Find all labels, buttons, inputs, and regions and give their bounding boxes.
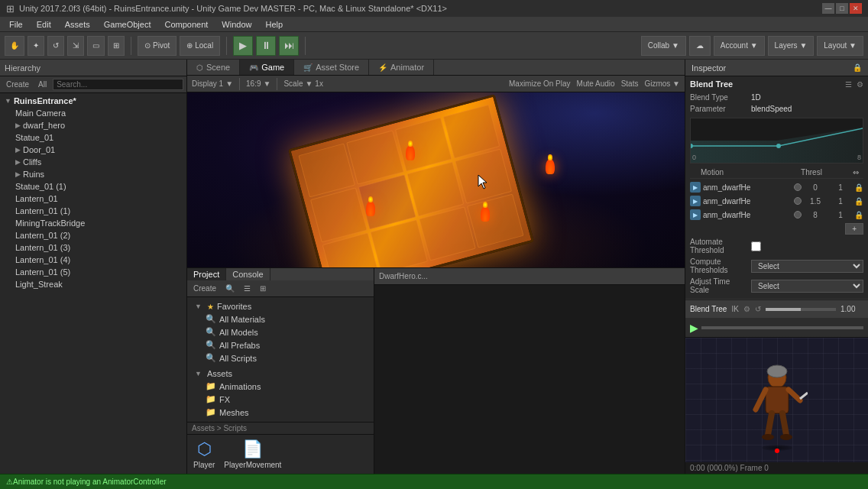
local-button[interactable]: ⊕ Local [180,36,220,56]
mute-audio[interactable]: Mute Audio [577,79,615,88]
project-meshes[interactable]: 📁 Meshes [190,406,371,419]
project-create-button[interactable]: Create [190,283,219,294]
hierarchy-all-button[interactable]: All [35,79,50,90]
menu-edit[interactable]: Edit [31,18,57,31]
pause-button[interactable]: ⏸ [256,36,276,56]
timeline-bar[interactable] [766,308,836,311]
hierarchy-item-lantern01[interactable]: Lantern_01 [0,193,186,205]
cloud-button[interactable]: ☁ [689,36,711,56]
hierarchy-item-statue01[interactable]: Statue_01 [0,131,186,144]
project-tool-btn-1[interactable]: ☰ [241,283,254,294]
resolution-selector[interactable]: 16:9 ▼ [246,79,270,88]
tab-animator[interactable]: ⚡ Animator [369,60,434,75]
hierarchy-item-maincamera[interactable]: Main Camera [0,107,186,119]
project-animations[interactable]: 📁 Animations [190,380,371,393]
layers-button[interactable]: Layers ▼ [768,36,815,56]
hierarchy-scene-root[interactable]: ▼ RuinsEntrance* [0,95,186,107]
hierarchy-item-ruins[interactable]: ▶ Ruins [0,168,186,180]
hierarchy-create-button[interactable]: Create [3,79,32,90]
scale-selector[interactable]: Scale ▼ 1x [283,79,322,88]
dungeon-cell [310,187,368,241]
menu-window[interactable]: Window [215,18,257,31]
hierarchy-item-lantern01-5[interactable]: Lantern_01 (5) [0,266,186,278]
hierarchy-item-door01[interactable]: ▶ Door_01 [0,144,186,156]
hierarchy-item-miningtrack[interactable]: MiningTrackBridge [0,217,186,229]
bottom-game-tab[interactable]: DwarfHero.c... [374,268,685,285]
project-fav-prefabs[interactable]: 🔍 All Prefabs [190,338,371,351]
close-button[interactable]: ✕ [850,3,862,14]
hierarchy-item-lantern01-1[interactable]: Lantern_01 (1) [0,205,186,217]
compute-select[interactable]: Select [751,260,863,273]
maximize-on-play[interactable]: Maximize On Play [509,79,571,88]
add-motion-button[interactable]: + [845,223,863,235]
tab-project[interactable]: Project [187,268,226,280]
tool-rect[interactable]: ▭ [87,36,105,56]
menu-assets[interactable]: Assets [59,18,96,31]
display-selector[interactable]: Display 1 ▼ [192,79,233,88]
motion-thresh-0[interactable]: 0 [804,183,827,192]
play-button[interactable]: ▶ [233,36,253,56]
project-fav-scripts[interactable]: 🔍 All Scripts [190,351,371,364]
script-player[interactable]: ⬡ Player [193,439,215,469]
motion-lock-1[interactable]: 🔒 [854,197,863,206]
adjust-select[interactable]: Select [751,280,863,293]
hierarchy-item-dwarfhero[interactable]: ▶ dwarf_hero [0,119,186,131]
project-fav-materials[interactable]: 🔍 All Materials [190,313,371,325]
collab-button[interactable]: Collab ▼ [641,36,686,56]
motion-name-1[interactable]: anm_dwarfHe [703,197,792,206]
ik-settings-icon[interactable]: ⚙ [743,305,750,313]
menu-help[interactable]: Help [259,18,289,31]
hierarchy-title: Hierarchy [5,63,40,73]
tab-assetstore[interactable]: 🛒 Asset Store [294,60,369,75]
tab-scene[interactable]: ⬡ Scene [187,60,240,75]
tab-game[interactable]: 🎮 Game [240,60,294,75]
motion-name-2[interactable]: anm_dwarfHe [703,211,792,219]
account-button[interactable]: Account ▼ [714,36,765,56]
tool-move[interactable]: ✦ [28,36,44,56]
motion-val-1[interactable]: 1 [829,197,852,206]
step-button[interactable]: ⏭ [279,36,299,56]
preview-play-button[interactable]: ▶ [690,322,698,334]
hierarchy-search-input[interactable] [53,79,183,90]
tool-rotate[interactable]: ↺ [47,36,64,56]
motion-lock-0[interactable]: 🔒 [854,183,863,192]
stats-button[interactable]: Stats [621,79,639,88]
motion-thresh-2[interactable]: 8 [804,211,827,219]
motion-thresh-1[interactable]: 1.5 [804,197,827,206]
layout-button[interactable]: Layout ▼ [817,36,863,56]
project-fav-models[interactable]: 🔍 All Models [190,325,371,338]
tool-hand[interactable]: ✋ [5,36,24,56]
tab-console[interactable]: Console [226,268,270,280]
window-controls[interactable]: — □ ✕ [822,3,862,14]
tool-transform[interactable]: ⊞ [108,36,125,56]
script-playermovement[interactable]: 📄 PlayerMovement [224,439,281,469]
minimize-button[interactable]: — [822,3,834,14]
gizmos-button[interactable]: Gizmos ▼ [644,79,680,88]
project-tool-btn-2[interactable]: ⊞ [257,283,269,294]
project-fav-header[interactable]: ▼ ★ Favorites [190,300,371,313]
hierarchy-item-lantern01-3[interactable]: Lantern_01 (3) [0,241,186,254]
hierarchy-item-cliffs[interactable]: ▶ Cliffs [0,156,186,168]
tool-scale[interactable]: ⇲ [67,36,84,56]
blend-tree-settings-icon[interactable]: ⚙ [857,80,863,89]
hierarchy-item-lightstreak[interactable]: Light_Streak [0,278,186,290]
project-search-btn[interactable]: 🔍 [222,283,238,294]
playback-scrubber[interactable] [701,326,863,329]
blend-tree-menu-icon[interactable]: ☰ [845,80,852,89]
motion-lock-2[interactable]: 🔒 [854,211,863,219]
menu-component[interactable]: Component [158,18,214,31]
project-fx[interactable]: 📁 FX [190,393,371,406]
motion-val-2[interactable]: 1 [829,211,852,219]
motion-val-0[interactable]: 1 [829,183,852,192]
hierarchy-item-statue01-1[interactable]: Statue_01 (1) [0,180,186,193]
menu-file[interactable]: File [3,18,29,31]
pivot-button[interactable]: ⊙ Pivot [138,36,177,56]
hierarchy-item-lantern01-4[interactable]: Lantern_01 (4) [0,254,186,266]
automate-checkbox[interactable] [751,241,761,251]
menu-gameobject[interactable]: GameObject [98,18,157,31]
maximize-button[interactable]: □ [836,3,848,14]
motion-name-0[interactable]: anm_dwarfHe [703,183,792,192]
hierarchy-item-lantern01-2[interactable]: Lantern_01 (2) [0,229,186,241]
inspector-lock-icon[interactable]: 🔒 [853,63,862,72]
project-assets-header[interactable]: ▼ Assets [190,368,371,380]
